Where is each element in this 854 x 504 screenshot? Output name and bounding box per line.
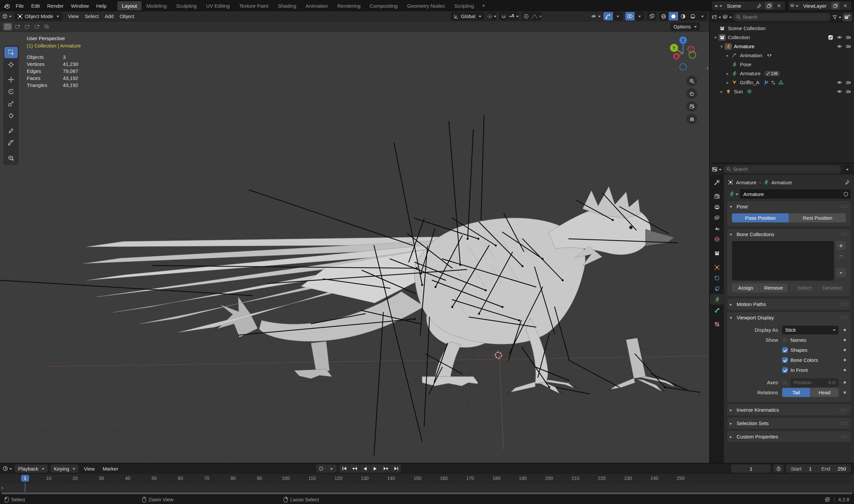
snap-toggle-icon[interactable] xyxy=(499,12,509,20)
animate-dot[interactable] xyxy=(839,339,846,341)
timeline-channels-toggle[interactable]: › xyxy=(1,485,3,491)
show-shapes-checkbox[interactable]: Shapes xyxy=(782,347,839,353)
mode-selector[interactable]: Object Mode xyxy=(14,12,62,20)
shading-material-button[interactable] xyxy=(678,12,688,20)
workspace-tab-compositing[interactable]: Compositing xyxy=(366,1,402,11)
jump-to-end-button[interactable] xyxy=(391,465,401,472)
bone-collections-specials-button[interactable] xyxy=(836,268,846,277)
workspace-tab-animation[interactable]: Animation xyxy=(301,1,333,11)
properties-search[interactable] xyxy=(724,165,841,173)
add-workspace-button[interactable]: + xyxy=(479,2,488,10)
menu-object[interactable]: Object xyxy=(117,12,137,20)
tab-scene[interactable] xyxy=(710,223,724,234)
xray-toggle[interactable] xyxy=(647,12,656,20)
viewport-sidebar-toggle[interactable]: ‹ xyxy=(707,65,709,71)
show-names-checkbox[interactable]: Names xyxy=(782,337,839,343)
menu-help[interactable]: Help xyxy=(93,2,110,10)
object-visibility-selector[interactable] xyxy=(591,12,601,20)
tab-object[interactable] xyxy=(710,262,724,273)
timeline-ruler[interactable]: 1 10203040506070809010011012013014015016… xyxy=(0,473,854,484)
add-bone-collection-button[interactable] xyxy=(836,241,846,250)
shading-wireframe-button[interactable] xyxy=(659,12,668,20)
deselect-button[interactable]: Deselect xyxy=(819,283,846,292)
show-gizmo-toggle[interactable] xyxy=(603,12,613,20)
editor-type-viewport-icon[interactable] xyxy=(2,12,12,20)
expand-icon[interactable]: ▾ xyxy=(712,35,718,40)
hide-eye-icon[interactable] xyxy=(837,80,842,85)
viewport-canvas[interactable]: User Perspective (1) Collection | Armatu… xyxy=(0,32,709,463)
expand-icon[interactable]: ▸ xyxy=(725,80,731,85)
armature-id-selector[interactable] xyxy=(727,189,740,199)
select-mode-invert[interactable] xyxy=(33,23,41,31)
show-bone-colors-checkbox[interactable]: Bone Colors xyxy=(782,357,839,363)
panel-drag-dots[interactable] xyxy=(840,315,847,320)
hide-eye-icon[interactable] xyxy=(837,44,842,49)
workspace-tab-rendering[interactable]: Rendering xyxy=(333,1,364,11)
outliner-row-scene-collection[interactable]: Scene Collection xyxy=(710,24,854,33)
current-frame-field[interactable]: 1 xyxy=(731,465,771,472)
outliner-row-pose[interactable]: Pose xyxy=(710,60,854,69)
properties-options-selector[interactable] xyxy=(843,165,852,174)
tab-world[interactable] xyxy=(710,234,724,245)
tab-viewlayer[interactable] xyxy=(710,212,724,223)
hide-eye-icon[interactable] xyxy=(837,35,842,40)
select-mode-set[interactable] xyxy=(3,23,12,31)
outliner-row-collection[interactable]: ▾ Collection xyxy=(710,33,854,42)
panel-motion-paths-header[interactable]: Motion Paths xyxy=(727,299,851,310)
animate-dot[interactable] xyxy=(839,381,846,383)
remove-bone-collection-button[interactable] xyxy=(836,251,846,260)
play-reverse-button[interactable] xyxy=(360,465,370,472)
tab-collection[interactable] xyxy=(710,248,724,258)
outliner-row-animation[interactable]: ▸ Animation xyxy=(710,51,854,60)
tool-move[interactable] xyxy=(4,74,18,85)
panel-inverse-kinematics-header[interactable]: Inverse Kinematics xyxy=(727,404,851,415)
panel-drag-dots[interactable] xyxy=(840,204,847,209)
render-camera-icon[interactable] xyxy=(846,44,851,49)
animate-dot[interactable] xyxy=(839,391,846,394)
viewlayer-new-icon[interactable] xyxy=(831,2,839,10)
proportional-falloff-selector[interactable] xyxy=(531,12,542,20)
scene-unlink-icon[interactable] xyxy=(775,2,783,10)
animate-dot[interactable] xyxy=(839,349,846,351)
workspace-tab-geometry-nodes[interactable]: Geometry Nodes xyxy=(403,1,449,11)
menu-window[interactable]: Window xyxy=(67,2,92,10)
relations-head-button[interactable]: Head xyxy=(810,388,839,397)
keying-menu[interactable]: Keying xyxy=(51,465,78,472)
jump-prev-keyframe-button[interactable] xyxy=(350,465,360,472)
axes-checkbox[interactable]: Position0.0 xyxy=(782,378,839,387)
jump-to-start-button[interactable] xyxy=(339,465,349,472)
preview-range-toggle[interactable] xyxy=(773,465,783,472)
armature-name-input[interactable] xyxy=(740,189,841,199)
breadcrumb-data[interactable]: Armature xyxy=(771,180,792,185)
menu-add[interactable]: Add xyxy=(102,12,117,20)
tool-cursor[interactable] xyxy=(4,59,18,70)
breadcrumb-object[interactable]: Armature xyxy=(736,180,757,185)
properties-search-input[interactable] xyxy=(733,166,838,172)
marker-menu[interactable]: Marker xyxy=(100,465,121,472)
workspace-tab-sculpting[interactable]: Sculpting xyxy=(172,1,201,11)
auto-keying-toggle[interactable] xyxy=(316,465,326,472)
scene-pin-icon[interactable] xyxy=(755,2,763,10)
playhead[interactable] xyxy=(25,483,25,493)
panel-custom-properties-header[interactable]: Custom Properties xyxy=(727,431,851,442)
panel-drag-dots[interactable] xyxy=(840,302,847,307)
tab-bone[interactable] xyxy=(710,305,724,316)
panel-bone-collections-header[interactable]: Bone Collections xyxy=(727,229,851,240)
fake-user-shield-icon[interactable] xyxy=(841,189,851,199)
pose-position-button[interactable]: Pose Position xyxy=(732,213,789,222)
panel-drag-dots[interactable] xyxy=(840,434,847,439)
panel-viewport-display-header[interactable]: Viewport Display xyxy=(727,312,851,323)
rest-position-button[interactable]: Rest Position xyxy=(789,213,846,222)
bone-collections-list[interactable] xyxy=(732,241,834,281)
workspace-tab-uv-editing[interactable]: UV Editing xyxy=(202,1,234,11)
tab-object-data[interactable] xyxy=(710,294,724,305)
camera-view-button[interactable] xyxy=(687,101,697,112)
workspace-tab-modeling[interactable]: Modeling xyxy=(142,1,171,11)
select-button[interactable]: Select xyxy=(791,283,818,292)
hide-eye-icon[interactable] xyxy=(837,89,842,94)
snap-target-selector[interactable] xyxy=(509,12,519,20)
viewlayer-remove-icon[interactable] xyxy=(841,2,849,10)
tool-measure[interactable] xyxy=(4,137,18,148)
workspace-tab-shading[interactable]: Shading xyxy=(274,1,301,11)
render-camera-icon[interactable] xyxy=(846,35,851,40)
